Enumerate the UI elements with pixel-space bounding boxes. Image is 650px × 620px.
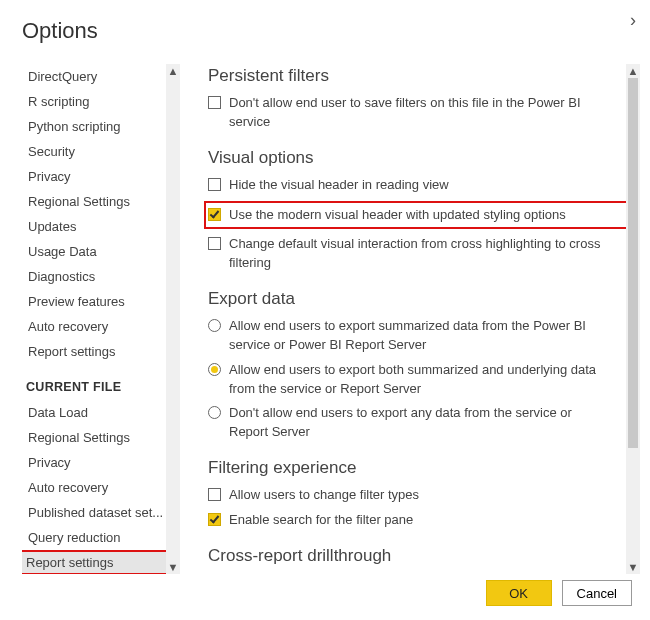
content-scrollbar[interactable]: ▲ ▼ [626, 64, 640, 574]
sidebar-item-privacy[interactable]: Privacy [22, 164, 176, 189]
heading-filtering-experience: Filtering experience [208, 458, 630, 478]
heading-persistent-filters: Persistent filters [208, 66, 630, 86]
radio-icon[interactable] [208, 406, 221, 419]
sidebar-item-diagnostics[interactable]: Diagnostics [22, 264, 176, 289]
dialog-title: Options [22, 18, 640, 44]
sidebar-item-query-reduction[interactable]: Query reduction [22, 525, 176, 550]
opt-export-none[interactable]: Don't allow end users to export any data… [208, 404, 630, 442]
opt-hide-visual-header[interactable]: Hide the visual header in reading view [208, 176, 630, 195]
opt-export-both[interactable]: Allow end users to export both summarize… [208, 361, 630, 399]
scroll-down-icon[interactable]: ▼ [626, 560, 640, 574]
scroll-up-icon[interactable]: ▲ [626, 64, 640, 78]
opt-cross-filtering[interactable]: Change default visual interaction from c… [208, 235, 630, 273]
sidebar-item-directquery[interactable]: DirectQuery [22, 64, 176, 89]
sidebar-item-data-load[interactable]: Data Load [22, 400, 176, 425]
sidebar: DirectQueryR scriptingPython scriptingSe… [22, 64, 180, 574]
scroll-up-icon[interactable]: ▲ [166, 64, 180, 78]
sidebar-item-auto-recovery[interactable]: Auto recovery [22, 314, 176, 339]
sidebar-item-usage-data[interactable]: Usage Data [22, 239, 176, 264]
checkbox-icon[interactable] [208, 208, 221, 221]
sidebar-section-current-file: CURRENT FILE [26, 380, 176, 394]
sidebar-item-preview-features[interactable]: Preview features [22, 289, 176, 314]
heading-export-data: Export data [208, 289, 630, 309]
sidebar-item-auto-recovery[interactable]: Auto recovery [22, 475, 176, 500]
heading-crossreport-drillthrough: Cross-report drillthrough [208, 546, 630, 566]
heading-visual-options: Visual options [208, 148, 630, 168]
sidebar-scrollbar[interactable]: ▲ ▼ [166, 64, 180, 574]
scroll-down-icon[interactable]: ▼ [166, 560, 180, 574]
opt-modern-visual-header[interactable]: Use the modern visual header with update… [204, 201, 630, 230]
sidebar-item-report-settings[interactable]: Report settings [22, 339, 176, 364]
opt-export-summarized[interactable]: Allow end users to export summarized dat… [208, 317, 630, 355]
chevron-right-icon[interactable]: › [630, 10, 636, 31]
sidebar-item-security[interactable]: Security [22, 139, 176, 164]
sidebar-item-r-scripting[interactable]: R scripting [22, 89, 176, 114]
opt-change-filter-types[interactable]: Allow users to change filter types [208, 486, 630, 505]
sidebar-item-regional-settings[interactable]: Regional Settings [22, 425, 176, 450]
checkbox-icon[interactable] [208, 237, 221, 250]
sidebar-item-regional-settings[interactable]: Regional Settings [22, 189, 176, 214]
checkbox-icon[interactable] [208, 488, 221, 501]
sidebar-item-updates[interactable]: Updates [22, 214, 176, 239]
sidebar-item-published-dataset-set-[interactable]: Published dataset set... [22, 500, 176, 525]
checkbox-icon[interactable] [208, 178, 221, 191]
scroll-thumb[interactable] [628, 78, 638, 448]
cancel-button[interactable]: Cancel [562, 580, 632, 606]
sidebar-item-report-settings[interactable]: Report settings [22, 550, 176, 574]
sidebar-item-python-scripting[interactable]: Python scripting [22, 114, 176, 139]
content-pane: Persistent filters Don't allow end user … [180, 64, 640, 574]
radio-icon[interactable] [208, 363, 221, 376]
ok-button[interactable]: OK [486, 580, 552, 606]
checkbox-icon[interactable] [208, 96, 221, 109]
checkbox-icon[interactable] [208, 513, 221, 526]
opt-enable-search-filter[interactable]: Enable search for the filter pane [208, 511, 630, 530]
opt-persistent-dont-allow[interactable]: Don't allow end user to save filters on … [208, 94, 630, 132]
sidebar-item-privacy[interactable]: Privacy [22, 450, 176, 475]
radio-icon[interactable] [208, 319, 221, 332]
